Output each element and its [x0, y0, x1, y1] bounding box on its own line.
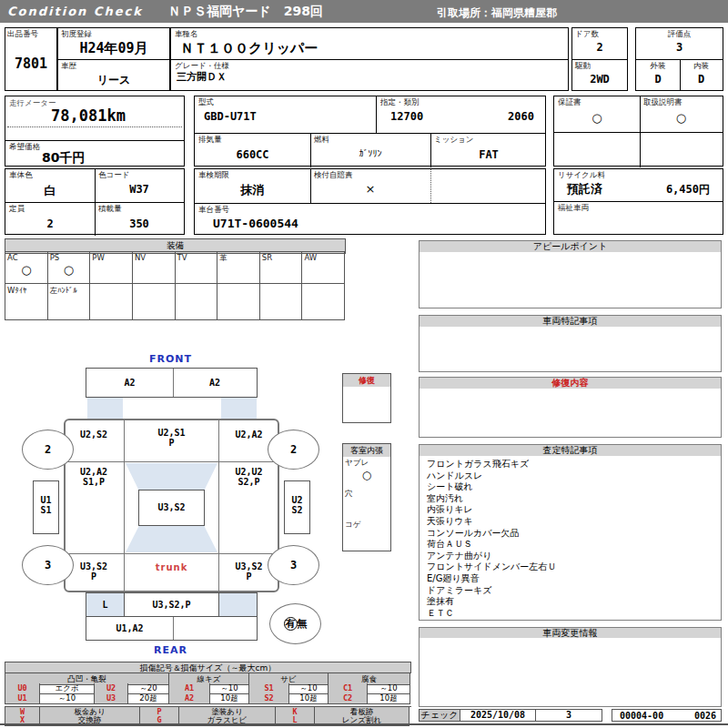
- inspection-chassis-box: 車検期限 抹消 検付自賠責 × 車台番号 U71T-0600544: [194, 168, 546, 235]
- equipment-cell-ps: PS○: [48, 251, 91, 283]
- rear-bumper-box: U1,A2: [86, 616, 258, 641]
- assessment-item: フロントガラス飛石キズ: [427, 459, 721, 470]
- equipment-cell-pw: PW: [90, 251, 133, 283]
- type-class-value2: 2060: [508, 110, 534, 123]
- row2-right-code: U2,U2 S2,P: [218, 467, 279, 487]
- type-class-label: 指定・類別: [380, 97, 420, 106]
- cabin-title: 客室内張: [342, 443, 391, 458]
- lower-left-cell: L: [86, 592, 125, 617]
- odometer-value: 78,081km: [51, 106, 126, 125]
- assessment-item: 荷台ＡＵＳ: [427, 539, 721, 551]
- doors-value: 2: [572, 41, 627, 54]
- assessment-item: ドアミラーキズ: [427, 585, 721, 597]
- odometer-label: 走行メーター: [9, 98, 56, 107]
- vehicle-notes-title: 車両特記事項: [419, 315, 722, 328]
- manual-mark: ○: [640, 111, 723, 125]
- assessment-item: 内張りキレ: [427, 504, 721, 516]
- exterior-label: 外装: [636, 61, 680, 70]
- model-box: 車種名 ＮＴ１００クリッパー グレード・仕様 三方開ＤＸ: [170, 27, 569, 91]
- assessment-item: ハンドルスレ: [427, 470, 721, 482]
- presence-no: 無: [298, 617, 308, 631]
- displacement-label: 排気量: [198, 135, 222, 144]
- pillar-shade-right: [221, 398, 257, 420]
- registration-box: 初度登録 H24年09月 車歴 リース: [57, 27, 170, 91]
- model-name-value: ＮＴ１００クリッパー: [180, 40, 318, 57]
- windshield-shade: [126, 463, 217, 491]
- check-code: 00004-00: [620, 711, 663, 722]
- recycle-status: 預託済: [567, 181, 602, 197]
- fuel-label: 燃料: [314, 135, 329, 144]
- lot-label: 出品番号: [7, 29, 38, 38]
- capacity-label: 定員: [9, 204, 25, 213]
- score-box: 評価点 3 外装 D 内装 D: [635, 27, 723, 91]
- bonnet-left-code: A2: [86, 378, 173, 388]
- wheel-rear-right: 3: [268, 545, 319, 585]
- roof-code: U3,S2: [139, 502, 204, 512]
- first-reg-label: 初度登録: [61, 29, 92, 38]
- rear-label: REAR: [136, 644, 205, 656]
- score-value: 3: [636, 41, 723, 54]
- load-label: 積載量: [98, 204, 122, 213]
- check-code-box: 00004-00 0026: [612, 709, 722, 722]
- model-code-value: GBD-U71T: [204, 110, 257, 123]
- drive-label: 駆動: [575, 61, 591, 70]
- assessment-title: 査定特記事項: [419, 444, 722, 457]
- manual-label: 取扱説明書: [643, 97, 682, 106]
- load-value: 350: [95, 217, 184, 230]
- title-bar: Condition Check ＮＰＳ福岡ヤード 298回 引取場所：福岡県糟屋…: [0, 0, 728, 23]
- first-reg-value: H24年09月: [58, 40, 169, 57]
- auction-condition-sheet: Condition Check ＮＰＳ福岡ヤード 298回 引取場所：福岡県糟屋…: [0, 0, 728, 728]
- presence-badge: 有無: [269, 603, 321, 644]
- body-color-value: 白: [5, 183, 95, 199]
- repair-mini-title: 修復: [342, 373, 391, 388]
- price-label: 希望価格: [9, 142, 40, 151]
- wheel-front-left: 2: [22, 430, 74, 470]
- equipment-cell-sr: SR: [260, 251, 303, 283]
- repair-detail-title: 修復内容: [419, 377, 722, 389]
- check-code2: 0026: [694, 711, 716, 722]
- equipment-cell-aw: AW: [302, 251, 345, 283]
- assessment-item: コンソールカバー欠品: [427, 528, 721, 540]
- auction-title: ＮＰＳ福岡ヤード 298回: [168, 4, 323, 20]
- grade-value: 三方開ＤＸ: [177, 70, 227, 84]
- insurance-mark: ×: [310, 182, 430, 196]
- drive-value: 2WD: [572, 73, 627, 86]
- front-label: FRONT: [136, 353, 205, 365]
- color-capacity-box: 車体色 白 色コード W37 定員 2 積載量 350: [5, 168, 185, 235]
- grade-label: グレード・仕様: [175, 61, 229, 70]
- change-info-body: [419, 638, 722, 707]
- assessment-item: 塗抹有: [427, 596, 721, 608]
- documents-box: 保証書 ○ 取扱説明書 ○: [553, 96, 723, 167]
- pickup-location: 引取場所：福岡県糟屋郡: [437, 5, 557, 21]
- type-class-value1: 12700: [390, 110, 423, 123]
- interior-value: D: [680, 73, 723, 86]
- assessment-item: シート破れ: [427, 481, 721, 493]
- trunk-label: trunk: [125, 562, 218, 572]
- inspection-value: 抹消: [195, 182, 310, 198]
- cabin-row-burn: コゲ: [342, 519, 391, 551]
- row1-mid-code: U2,S1 P: [125, 428, 218, 448]
- color-code-label: 色コード: [98, 170, 129, 179]
- lot-value: 7801: [5, 56, 56, 72]
- chassis-label: 車台番号: [198, 205, 229, 214]
- wheel-rear-left: 3: [22, 545, 74, 585]
- history-label: 車歴: [61, 61, 76, 70]
- appeal-body: [419, 252, 722, 308]
- brand-logo: Condition Check: [7, 5, 143, 18]
- score-label: 評価点: [636, 29, 723, 38]
- fuel-value: ｶﾞｿﾘﾝ: [310, 148, 430, 158]
- assessment-item: アンテナ曲がり: [427, 551, 721, 562]
- equipment-cell-leather: 革: [217, 251, 260, 283]
- doors-label: ドア数: [575, 29, 599, 38]
- lower-mid-cell: U3,S2,P: [124, 592, 219, 617]
- equipment-cell-nv: NV: [133, 251, 176, 283]
- lot-number-box: 出品番号 7801: [5, 27, 57, 91]
- wheel-front-right: 2: [268, 430, 319, 470]
- insurance-label: 検付自賠責: [314, 170, 353, 179]
- warranty-mark: ○: [554, 111, 640, 125]
- check-date: 2025/10/08: [460, 709, 536, 722]
- appeal-title: アピールポイント: [419, 240, 722, 253]
- chassis-value: U71T-0600544: [213, 217, 298, 230]
- check-value: 3: [535, 709, 602, 722]
- model-code-label: 型式: [198, 97, 214, 106]
